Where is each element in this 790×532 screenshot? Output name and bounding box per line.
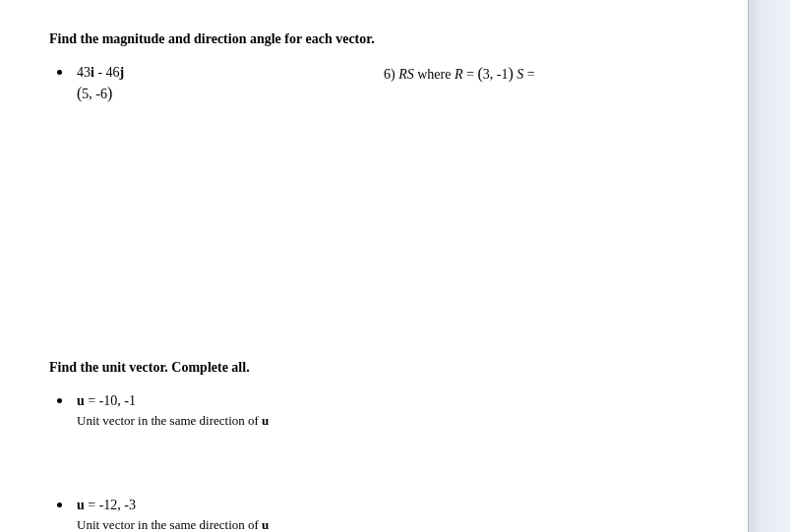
vector-expression: 43i - 46j — [77, 65, 124, 80]
paren-close: ) — [107, 85, 112, 101]
problem-desc: Unit vector in the same direction of u — [49, 413, 699, 429]
bullet-icon — [57, 502, 62, 507]
eq1: = — [463, 67, 478, 82]
point-r: R — [455, 67, 463, 82]
problem-row: 43i - 46j (5, -6) 6) RS where R = (3, -1… — [49, 65, 699, 108]
bullet-icon — [57, 398, 62, 403]
vector-def: u = -12, -3 — [77, 498, 136, 512]
coords: 5, -6 — [82, 87, 107, 101]
vec-rs: RS — [398, 67, 414, 82]
paren-close: ) — [508, 65, 513, 82]
list-item: 43i - 46j (5, -6) — [49, 65, 384, 102]
val: -10, -1 — [99, 393, 136, 408]
section1-heading: Find the magnitude and direction angle f… — [49, 31, 699, 47]
problem-7: u = -10, -1 Unit vector in the same dire… — [49, 393, 699, 429]
problem-desc: Unit vector in the same direction of u — [49, 517, 699, 532]
r-coords: 3, -1 — [483, 67, 509, 82]
document-page: Find the magnitude and direction angle f… — [0, 0, 748, 532]
problem-6-text: 6) RS where R = (3, -1) S = — [384, 67, 535, 82]
vec-u-ref: u — [262, 413, 269, 428]
val: -12, -3 — [99, 498, 136, 512]
vector-def: u = -10, -1 — [77, 393, 136, 408]
problem-5: 43i - 46j (5, -6) — [49, 65, 384, 108]
eq2: = — [523, 67, 534, 82]
unit-j: j — [120, 65, 125, 80]
vec-u-ref: u — [262, 517, 269, 532]
point-value: (5, -6) — [77, 85, 384, 102]
section2: Find the unit vector. Complete all. u = … — [49, 360, 699, 532]
list-item: u = -10, -1 — [49, 393, 699, 409]
list-item: u = -12, -3 — [49, 498, 699, 513]
bullet-icon — [57, 70, 62, 75]
where: where — [414, 67, 455, 82]
problem-6: 6) RS where R = (3, -1) S = — [384, 65, 699, 83]
vec-u: u — [77, 393, 85, 408]
section1-body: 43i - 46j (5, -6) 6) RS where R = (3, -1… — [49, 65, 699, 360]
eq: = — [85, 393, 99, 408]
desc-text: Unit vector in the same direction of — [77, 517, 262, 532]
page-edge-shadow — [748, 0, 790, 532]
mid: - 46 — [94, 65, 120, 80]
vec-u: u — [77, 498, 85, 512]
eq: = — [85, 498, 99, 512]
problem-8: u = -12, -3 Unit vector in the same dire… — [49, 498, 699, 532]
prob-num: 6) — [384, 67, 398, 82]
desc-text: Unit vector in the same direction of — [77, 413, 262, 428]
coef1: 43 — [77, 65, 91, 80]
section2-heading: Find the unit vector. Complete all. — [49, 360, 699, 376]
